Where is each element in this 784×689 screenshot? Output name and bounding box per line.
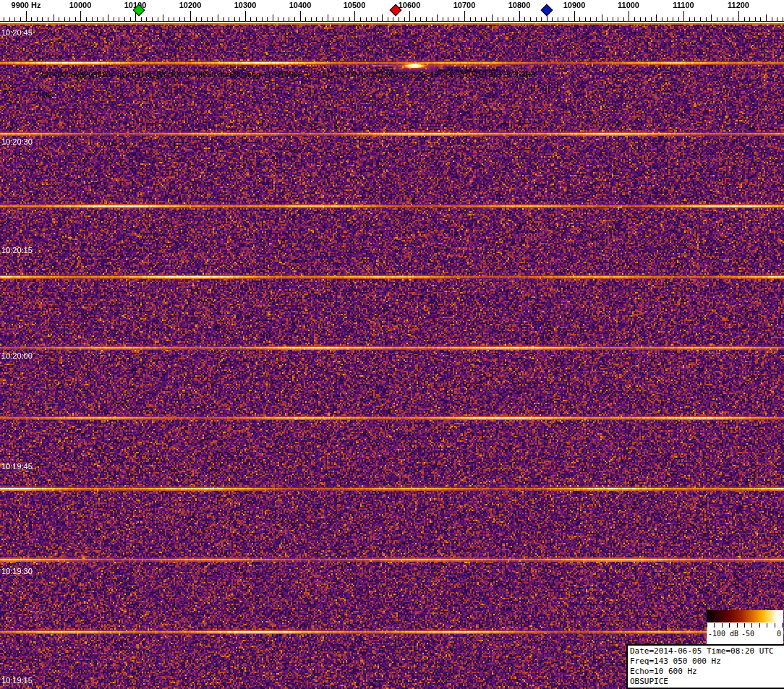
db-color-legend: -100 dB -50 0	[707, 610, 783, 644]
waterfall-display[interactable]: 20140605082039204 hCnt20 nb-83 f10622 hi…	[0, 22, 784, 689]
time-label: 10:19:15	[1, 676, 33, 685]
frequency-ruler[interactable]: 9900 Hz100001010010200103001040010500106…	[0, 0, 784, 22]
info-observatory: OBSUPICE	[630, 677, 783, 687]
time-label: 10:20:15	[1, 246, 33, 254]
time-label: 10:20:45	[1, 28, 33, 37]
waterfall-canvas[interactable]	[0, 22, 784, 689]
info-echo: Echo=10 600 Hz	[630, 667, 783, 677]
ruler-tick-label: 9900 Hz	[12, 1, 41, 9]
ruler-tick-label: 10300	[234, 1, 257, 9]
ruler-tick-label: 11100	[673, 1, 694, 9]
info-date-time: Date=2014-06-05 Time=08:20 UTC	[630, 646, 783, 656]
detection-annotation: 20140605082039204 hCnt20 nb-83 f10622 hi…	[40, 70, 535, 79]
time-label: 10:20:00	[1, 351, 33, 360]
ruler-tick-label: 10400	[289, 1, 312, 9]
time-label: 10:19:30	[1, 567, 33, 575]
db-gradient-bar	[707, 610, 783, 622]
ruler-tick-label: 10000	[69, 1, 92, 9]
ruler-tick-label: 10900	[563, 1, 586, 9]
ruler-tick-label: 11000	[618, 1, 639, 9]
info-frequency: Freq=143 050 000 Hz	[630, 656, 783, 667]
ruler-tick-label: 10600	[399, 1, 421, 9]
observation-info-box: Date=2014-06-05 Time=08:20 UTC Freq=143 …	[626, 644, 784, 689]
ruler-tick-label: 11200	[728, 1, 749, 9]
ruler-tick-label: 10700	[453, 1, 476, 9]
ruler-tick-label: 10200	[179, 1, 202, 9]
detection-annotation-marker: ^t+39	[33, 90, 52, 99]
db-legend-min-label: -100 dB	[708, 630, 738, 638]
spectrogram-app: 9900 Hz100001010010200103001040010500106…	[0, 0, 784, 689]
db-legend-ticks	[707, 623, 783, 628]
ruler-tick-label: 10500	[344, 1, 366, 9]
db-legend-max-label: 0	[777, 630, 781, 638]
time-label: 10:20:30	[1, 137, 33, 146]
time-label: 10:19:45	[1, 462, 33, 471]
ruler-tick-label: 10800	[508, 1, 531, 9]
db-legend-mid-label: -50	[741, 630, 754, 638]
